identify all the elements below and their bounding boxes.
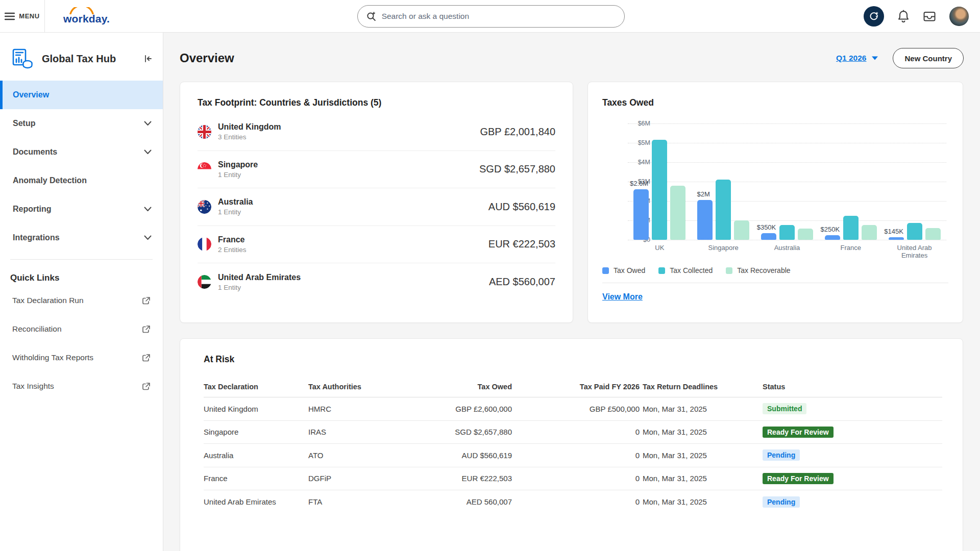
sidebar-collapse-button[interactable]	[143, 54, 153, 63]
sidebar-nav: OverviewSetupDocumentsAnomaly DetectionR…	[0, 81, 163, 252]
period-label[interactable]: Q1 2026	[836, 54, 866, 63]
footprint-amount: SGD $2,657,880	[479, 163, 555, 175]
footprint-entity-count: 1 Entity	[218, 208, 488, 216]
quick-link-tax-declaration-run[interactable]: Tax Declaration Run	[0, 286, 163, 315]
quick-link-tax-insights[interactable]: Tax Insights	[0, 372, 163, 400]
cell-authority: IRAS	[308, 428, 398, 436]
sidebar-item-overview[interactable]: Overview	[0, 81, 163, 109]
inbox-button[interactable]	[923, 10, 936, 22]
flag-uae-icon	[198, 275, 211, 289]
legend-item-tax-owed: Tax Owed	[602, 266, 645, 274]
footprint-row-sg[interactable]: Singapore1 EntitySGD $2,657,880	[198, 151, 555, 189]
status-badge: Ready For Review	[763, 427, 834, 438]
cell-deadline: Mon, Mar 31, 2025	[643, 405, 763, 413]
table-row-singapore[interactable]: SingaporeIRASSGD $2,657,8800Mon, Mar 31,…	[204, 421, 942, 444]
table-header-row: Tax DeclarationTax AuthoritiesTax OwedTa…	[204, 376, 942, 397]
bar-value-label: $250K	[820, 226, 840, 233]
cell-owed: GBP £2,600,000	[398, 405, 515, 413]
footprint-entity-count: 3 Entities	[218, 133, 480, 141]
search-sparkle-icon	[366, 11, 377, 22]
footprint-country-name: France	[218, 235, 488, 244]
period-selector[interactable]: Q1 2026	[836, 54, 878, 63]
quick-link-witholding-tax-reports[interactable]: Witholding Tax Reports	[0, 343, 163, 372]
cell-status: Submitted	[763, 403, 942, 414]
legend-label: Tax Recoverable	[737, 266, 790, 274]
external-link-icon	[142, 354, 151, 362]
legend-label: Tax Owed	[614, 266, 645, 274]
cell-paid: 0	[515, 497, 643, 506]
user-avatar[interactable]	[949, 7, 969, 26]
global-menu-button[interactable]: MENU	[0, 0, 45, 32]
cell-declaration: United Arab Emirates	[204, 497, 308, 506]
bar-tax-owed: $2.6M	[633, 189, 649, 240]
menu-label: MENU	[19, 12, 39, 20]
bar-tax-collected	[907, 223, 922, 240]
bar-value-label: $350K	[757, 223, 776, 231]
caret-down-icon	[871, 56, 878, 61]
external-link-icon	[142, 296, 151, 305]
bar-tax-owed: $145K	[889, 237, 904, 240]
chevron-down-icon	[144, 149, 152, 155]
quick-links-list: Tax Declaration RunReconciliationWithold…	[0, 286, 163, 400]
sidebar: Global Tax Hub OverviewSetupDocumentsAno…	[0, 33, 163, 551]
app-title: Global Tax Hub	[42, 53, 143, 65]
status-badge: Pending	[763, 496, 800, 508]
bar-tax-collected	[652, 140, 667, 240]
global-search[interactable]	[357, 5, 625, 28]
sidebar-item-documents[interactable]: Documents	[0, 138, 163, 166]
view-more-link[interactable]: View More	[602, 292, 643, 302]
cell-status: Ready For Review	[763, 473, 942, 484]
sidebar-item-label: Anomaly Detection	[13, 176, 152, 185]
footprint-list: United Kingdom3 EntitiesGBP £2,001,840Si…	[198, 113, 555, 301]
cell-authority: FTA	[308, 497, 398, 506]
workday-logo[interactable]: workday.	[63, 8, 110, 25]
cell-declaration: United Kingdom	[204, 405, 308, 413]
bar-tax-collected	[779, 225, 795, 240]
search-input[interactable]	[382, 12, 616, 21]
ai-chat-icon	[868, 11, 879, 22]
ai-assistant-button[interactable]	[864, 6, 884, 27]
collapse-panel-icon	[143, 54, 153, 63]
cell-declaration: France	[204, 474, 308, 483]
footprint-entity-count: 1 Entity	[218, 284, 489, 291]
footprint-row-au[interactable]: Australia1 EntityAUD $560,619	[198, 188, 555, 226]
sidebar-item-setup[interactable]: Setup	[0, 109, 163, 138]
global-tax-hub-app-icon	[10, 48, 34, 69]
x-axis-label: France	[820, 244, 881, 259]
table-row-australia[interactable]: AustraliaATOAUD $560,6190Mon, Mar 31, 20…	[204, 444, 942, 467]
bar-value-label: $2.6M	[630, 180, 648, 187]
cell-paid: 0	[515, 451, 643, 460]
footprint-row-fr[interactable]: France2 EntitiesEUR €222,503	[198, 226, 555, 264]
workday-arc-icon	[66, 7, 97, 14]
cell-owed: EUR €222,503	[398, 474, 515, 483]
x-axis-label: Singapore	[693, 244, 754, 259]
quick-links-title: Quick Links	[0, 260, 163, 286]
bar-value-label: $145K	[884, 228, 903, 235]
footprint-country-name: Australia	[218, 197, 488, 207]
cell-owed: AUD $560,619	[398, 451, 515, 460]
external-link-icon	[142, 325, 151, 334]
hamburger-icon	[5, 12, 15, 20]
quick-link-reconciliation[interactable]: Reconciliation	[0, 315, 163, 343]
sidebar-item-anomaly-detection[interactable]: Anomaly Detection	[0, 166, 163, 195]
legend-label: Tax Collected	[670, 266, 713, 274]
table-row-united-arab-emirates[interactable]: United Arab EmiratesFTAAED 560,0070Mon, …	[204, 490, 942, 514]
sidebar-item-label: Integrations	[13, 233, 144, 242]
sidebar-item-integrations[interactable]: Integrations	[0, 223, 163, 252]
sidebar-item-reporting[interactable]: Reporting	[0, 195, 163, 223]
notifications-button[interactable]	[897, 10, 910, 23]
legend-item-tax-collected: Tax Collected	[658, 266, 713, 274]
cell-paid: GBP £500,000	[515, 405, 643, 413]
table-col-header: Status	[763, 383, 942, 391]
chevron-down-icon	[144, 235, 152, 240]
table-row-united-kingdom[interactable]: United KingdomHMRCGBP £2,600,000GBP £500…	[204, 397, 942, 421]
new-country-button[interactable]: New Country	[893, 48, 964, 68]
status-badge: Ready For Review	[763, 473, 834, 484]
cell-deadline: Mon, Mar 31, 2025	[643, 451, 763, 460]
table-row-france[interactable]: FranceDGFiPEUR €222,5030Mon, Mar 31, 202…	[204, 467, 942, 491]
footprint-row-ae[interactable]: United Arab Emirates1 EntityAED $560,007	[198, 263, 555, 301]
main-content: Overview Q1 2026 New Country Tax Footpri…	[163, 33, 980, 551]
footprint-amount: EUR €222,503	[488, 238, 555, 250]
footprint-row-gb[interactable]: United Kingdom3 EntitiesGBP £2,001,840	[198, 113, 555, 151]
workday-wordmark: workday.	[63, 13, 110, 25]
